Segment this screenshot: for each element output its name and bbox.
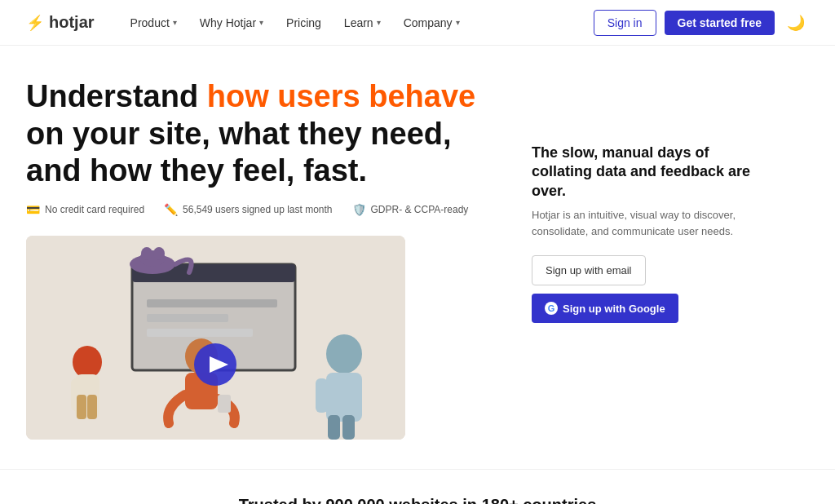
hero-right-desc: Hotjar is an intuitive, visual way to di… xyxy=(532,207,760,239)
svg-rect-17 xyxy=(218,395,231,413)
nav-actions: Sign in Get started free 🌙 xyxy=(594,10,809,36)
logo-flame-icon: ⚡ xyxy=(26,14,44,32)
svg-rect-14 xyxy=(77,395,86,419)
svg-rect-3 xyxy=(147,299,277,307)
svg-point-10 xyxy=(73,346,102,378)
nav-links: Product ▾ Why Hotjar ▾ Pricing Learn ▾ C… xyxy=(121,10,594,36)
dark-mode-toggle[interactable]: 🌙 xyxy=(783,10,809,36)
chevron-down-icon: ▾ xyxy=(173,18,177,27)
badge-no-credit-card: 💳 No credit card required xyxy=(26,203,144,216)
svg-rect-21 xyxy=(328,415,340,440)
getstarted-button[interactable]: Get started free xyxy=(665,11,775,35)
hero-illustration xyxy=(26,236,405,440)
svg-point-18 xyxy=(326,334,362,374)
svg-rect-19 xyxy=(326,373,362,422)
signup-email-button[interactable]: Sign up with email xyxy=(532,255,646,285)
nav-learn[interactable]: Learn ▾ xyxy=(334,10,391,36)
svg-rect-13 xyxy=(87,395,97,419)
svg-rect-22 xyxy=(342,415,355,440)
hero-section: Understand how users behave on your site… xyxy=(0,46,835,456)
hero-right: The slow, manual days of collating data … xyxy=(532,78,760,440)
svg-point-9 xyxy=(153,247,165,260)
svg-rect-4 xyxy=(147,314,228,322)
badge-users-signup: ✏️ 56,549 users signed up last month xyxy=(164,203,332,216)
credit-card-icon: 💳 xyxy=(26,203,40,216)
chevron-down-icon: ▾ xyxy=(377,18,381,27)
signin-button[interactable]: Sign in xyxy=(594,10,656,36)
hero-left: Understand how users behave on your site… xyxy=(26,78,499,440)
signup-google-button[interactable]: G Sign up with Google xyxy=(532,294,678,323)
hero-right-title: The slow, manual days of collating data … xyxy=(532,144,760,201)
nav-product[interactable]: Product ▾ xyxy=(121,10,187,36)
badge-gdpr: 🛡️ GDPR- & CCPA-ready xyxy=(352,203,469,216)
logo[interactable]: ⚡ hotjar xyxy=(26,13,95,32)
hero-title: Understand how users behave on your site… xyxy=(26,78,499,190)
trusted-section: Trusted by 900,000 websites in 180+ coun… xyxy=(0,469,835,504)
pencil-icon: ✏️ xyxy=(164,203,178,216)
google-icon: G xyxy=(545,302,558,315)
nav-company[interactable]: Company ▾ xyxy=(394,10,470,36)
svg-rect-20 xyxy=(316,378,328,413)
navbar: ⚡ hotjar Product ▾ Why Hotjar ▾ Pricing … xyxy=(0,0,835,46)
chevron-down-icon: ▾ xyxy=(259,18,263,27)
trusted-title: Trusted by 900,000 websites in 180+ coun… xyxy=(26,496,809,504)
logo-text: hotjar xyxy=(49,13,95,32)
svg-point-8 xyxy=(141,247,152,260)
hero-video[interactable] xyxy=(26,236,405,440)
svg-rect-5 xyxy=(147,329,253,337)
shield-icon: 🛡️ xyxy=(352,203,366,216)
nav-why-hotjar[interactable]: Why Hotjar ▾ xyxy=(190,10,273,36)
cta-buttons: Sign up with email G Sign up with Google xyxy=(532,255,760,323)
hero-badges: 💳 No credit card required ✏️ 56,549 user… xyxy=(26,203,499,216)
nav-pricing[interactable]: Pricing xyxy=(276,10,331,36)
chevron-down-icon: ▾ xyxy=(456,18,460,27)
